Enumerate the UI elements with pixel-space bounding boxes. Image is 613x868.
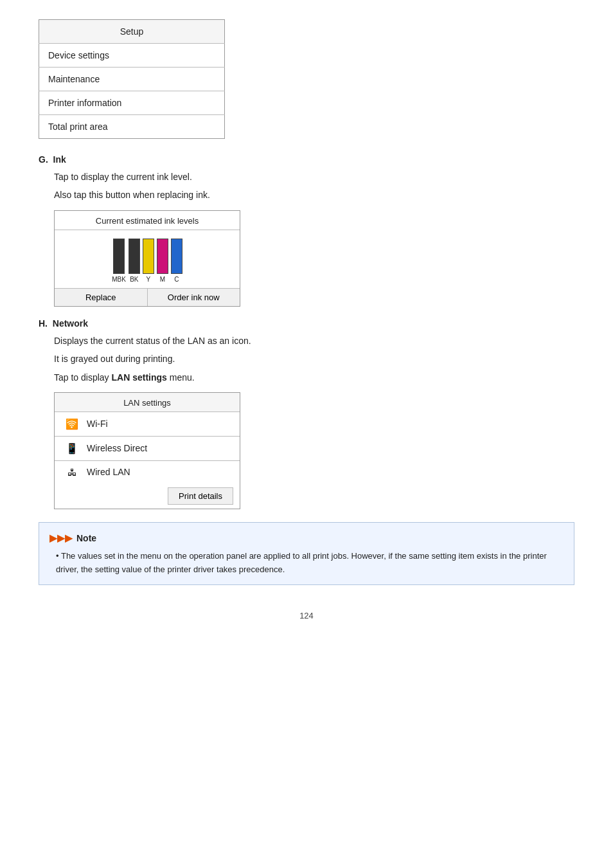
ink-bar-bk xyxy=(129,239,140,274)
setup-item-total-print-area[interactable]: Total print area xyxy=(39,115,225,139)
lan-row-wifi[interactable]: 🛜 Wi-Fi xyxy=(55,412,240,437)
ink-bars-area: MBKBKYMC xyxy=(55,230,240,288)
ink-bar-group-m: M xyxy=(157,239,168,283)
replace-button[interactable]: Replace xyxy=(55,289,148,306)
section-h-desc2: It is grayed out during printing. xyxy=(54,352,574,366)
section-g: G. Ink Tap to display the current ink le… xyxy=(39,154,574,307)
page-number: 124 xyxy=(39,611,574,620)
ink-bar-y xyxy=(143,239,154,274)
note-header: ▶▶▶ Note xyxy=(49,530,564,546)
print-details-button[interactable]: Print details xyxy=(168,487,233,505)
order-ink-button[interactable]: Order ink now xyxy=(148,289,240,306)
wired-lan-label: Wired LAN xyxy=(87,467,130,477)
ink-bar-mbk xyxy=(113,239,125,274)
setup-item-device-settings[interactable]: Device settings xyxy=(39,44,225,68)
wifi-icon: 🛜 xyxy=(64,418,80,430)
ink-bar-group-bk: BK xyxy=(129,239,140,283)
note-title: Note xyxy=(76,531,96,545)
section-g-desc2: Also tap this button when replacing ink. xyxy=(54,188,574,202)
ink-bar-label-m: M xyxy=(160,276,165,283)
ink-bar-group-c: C xyxy=(171,239,182,283)
wireless-direct-icon: 📱 xyxy=(64,442,80,455)
setup-menu-header: Setup xyxy=(39,20,225,44)
wired-lan-icon: 🖧 xyxy=(64,467,80,478)
lan-panel-title: LAN settings xyxy=(55,393,240,412)
note-arrow-icon: ▶▶▶ xyxy=(49,530,73,546)
section-g-label: G. Ink xyxy=(39,154,574,165)
ink-bar-label-mbk: MBK xyxy=(112,276,126,283)
section-g-desc1: Tap to display the current ink level. xyxy=(54,170,574,184)
section-h: H. Network Displays the current status o… xyxy=(39,318,574,509)
ink-bar-group-mbk: MBK xyxy=(112,239,126,283)
section-h-desc1: Displays the current status of the LAN a… xyxy=(54,334,574,348)
note-box: ▶▶▶ Note The values set in the menu on t… xyxy=(39,522,574,585)
ink-buttons: Replace Order ink now xyxy=(55,288,240,306)
ink-panel-title: Current estimated ink levels xyxy=(55,211,240,230)
ink-bar-m xyxy=(157,239,168,274)
setup-menu: Setup Device settings Maintenance Printe… xyxy=(39,19,225,139)
wifi-label: Wi-Fi xyxy=(87,419,108,429)
lan-panel: LAN settings 🛜 Wi-Fi 📱 Wireless Direct 🖧… xyxy=(54,392,240,509)
lan-row-wireless-direct[interactable]: 📱 Wireless Direct xyxy=(55,437,240,461)
ink-bars: MBKBKYMC xyxy=(112,238,182,283)
wireless-direct-label: Wireless Direct xyxy=(87,443,147,453)
setup-item-printer-information[interactable]: Printer information xyxy=(39,91,225,115)
lan-row-wired-lan[interactable]: 🖧 Wired LAN xyxy=(55,461,240,484)
ink-bar-label-c: C xyxy=(174,276,179,283)
section-h-desc3: Tap to display LAN settings menu. xyxy=(54,370,574,384)
ink-bar-group-y: Y xyxy=(143,239,154,283)
note-text: The values set in the menu on the operat… xyxy=(56,550,564,577)
setup-item-maintenance[interactable]: Maintenance xyxy=(39,68,225,91)
ink-bar-label-y: Y xyxy=(146,276,150,283)
ink-bar-label-bk: BK xyxy=(130,276,138,283)
lan-print-row: Print details xyxy=(55,484,240,509)
ink-panel: Current estimated ink levels MBKBKYMC Re… xyxy=(54,210,240,307)
section-h-label: H. Network xyxy=(39,318,574,329)
ink-bar-c xyxy=(171,239,182,274)
